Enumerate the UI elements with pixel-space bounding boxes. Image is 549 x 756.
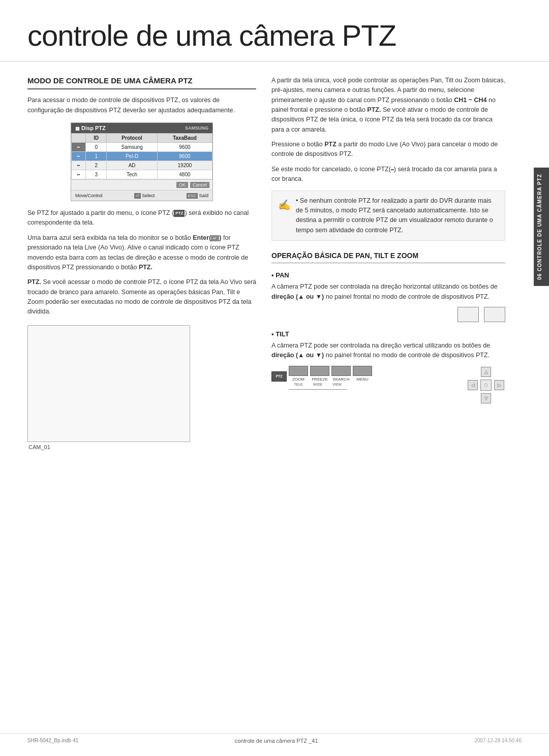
content-area: MODO DE CONTROLE DE UMA CÂMERA PTZ Para … [0, 76, 549, 455]
cancel-button[interactable]: Cancel [190, 182, 209, 188]
freeze-box [310, 366, 329, 376]
arrow-cell-topleft [467, 366, 479, 378]
remote-diagram: PTZ ZOOM FREEZE [271, 366, 505, 404]
row-protocol: Pel-D [107, 152, 157, 161]
zoom-box [289, 366, 308, 376]
footer-exit: ESC Saíd [187, 193, 208, 198]
remote-buttons-row: PTZ ZOOM FREEZE [271, 366, 372, 382]
footer-select: ⏎ Select [134, 193, 155, 198]
footer-left: SHR-5042_Bp.indb 41 [27, 738, 78, 744]
menu-box [353, 366, 372, 376]
side-tab: 06 CONTROLE DE UMA CÂMERA PTZ [534, 168, 549, 286]
zoom-label: ZOOM [292, 377, 304, 382]
footer-right: 2007-12-28 14.50.46 [474, 738, 522, 744]
row-taxa: 4800 [157, 170, 212, 179]
center-box: □ [480, 380, 492, 391]
arrow-cell-top: △ [480, 366, 492, 378]
remote-buttons-area: PTZ ZOOM FREEZE [271, 366, 372, 390]
arrow-cell-center: □ [480, 379, 492, 391]
remote-freeze-btn: FREEZE [310, 366, 329, 382]
left-para3: Uma barra azul será exibida na tela do m… [27, 233, 256, 273]
row-icon: ▪▪ [72, 170, 86, 179]
page-title: controle de uma câmera PTZ [27, 19, 522, 52]
disp-ptz-brand: SAMSUNG [185, 125, 208, 131]
row-id: 0 [86, 143, 107, 152]
arrow-cell-left: ◁ [467, 379, 479, 391]
pan-heading: PAN [271, 271, 505, 279]
left-para2: Se PTZ for ajustado a partir do menu, o … [27, 208, 256, 228]
row-protocol: Samsung [107, 143, 157, 152]
disp-ptz-box: ▦ Disp PTZ SAMSUNG ID Protocol TaxaBaud [71, 122, 213, 201]
table-row: ▪▪ 3 Tech 4800 [72, 170, 212, 179]
table-row: ▪▪ 1 Pel-D 9600 [72, 152, 212, 161]
cam-label: CAM_01 [28, 444, 256, 450]
arrow-cell-bottom: ▽ [480, 392, 492, 404]
row-taxa: 9600 [157, 143, 212, 152]
col-taxa: TaxaBaud [157, 134, 212, 143]
footer-center: controle de uma câmera PTZ _41 [235, 738, 318, 744]
left-arrow-box: ◁ [468, 380, 478, 390]
remote-zoom-btn: ZOOM [289, 366, 308, 382]
col-protocol: Protocol [107, 134, 157, 143]
search-box [331, 366, 351, 376]
table-row: ▪▪ 0 Samsung 9600 [72, 143, 212, 152]
arrow-cell-bottomright [493, 392, 505, 404]
row-id: 3 [86, 170, 107, 179]
footer-move: Move/Control [75, 193, 103, 198]
pan-para: A câmera PTZ pode ser controlada na dire… [271, 282, 505, 302]
remote-menu-btn: MENU [353, 366, 372, 382]
ptz-inline-icon2 [391, 169, 394, 170]
row-taxa: 19200 [157, 161, 212, 170]
tilt-para: A câmera PTZ pode ser controlada na dire… [271, 341, 505, 361]
cam-display-box [27, 325, 190, 442]
arrow-pad: △ ◁ □ ▷ ▽ [467, 366, 505, 404]
right-arrow-box: ▷ [494, 380, 504, 390]
row-protocol: AD [107, 161, 157, 170]
note-text: • Se nenhum controle PTZ for realizado a… [296, 196, 499, 236]
pan-rect-right [484, 307, 505, 322]
wide-label: WIDE [308, 383, 327, 386]
arrow-cell-right: ▷ [493, 379, 505, 391]
footer: SHR-5042_Bp.indb 41 controle de uma câme… [0, 733, 549, 744]
disp-ptz-table: ID Protocol TaxaBaud ▪▪ 0 Samsung 9600 [71, 133, 212, 179]
ptz-label-box: PTZ [271, 371, 287, 382]
page: controle de uma câmera PTZ 06 CONTROLE D… [0, 0, 549, 756]
remote-ptz-btn: PTZ [271, 371, 287, 382]
row-icon: ▪▪ [72, 161, 86, 170]
tele-wide-labels: TELE WIDE VIEW [289, 383, 372, 386]
page-title-area: controle de uma câmera PTZ [0, 0, 549, 61]
col-id [72, 134, 86, 143]
section-heading-left: MODO DE CONTROLE DE UMA CÂMERA PTZ [27, 76, 256, 90]
row-id: 1 [86, 152, 107, 161]
col-header-id: ID [86, 134, 107, 143]
arrow-cell-topright [493, 366, 505, 378]
disp-ptz-buttons: OK Cancel [71, 179, 212, 190]
remote-search-btn: SEARCH [331, 366, 351, 382]
disp-ptz-header: ▦ Disp PTZ SAMSUNG [71, 123, 212, 133]
freeze-label: FREEZE [312, 377, 328, 382]
menu-label: MENU [356, 377, 369, 382]
ptz-inline-icon: PTZ [174, 210, 185, 217]
disp-ptz-title: ▦ Disp PTZ [75, 125, 106, 131]
row-protocol: Tech [107, 170, 157, 179]
row-id: 2 [86, 161, 107, 170]
right-column: A partir da tela única, você pode contro… [271, 76, 521, 455]
disp-ptz-footer: Move/Control ⏎ Select ESC Saíd [71, 190, 212, 201]
left-para4: PTZ. Se você acessar o modo de controle … [27, 277, 256, 317]
cam-box-container: CAM_01 [27, 325, 256, 450]
pan-diagram [271, 307, 505, 322]
pan-rect-left [458, 307, 479, 322]
ok-button[interactable]: OK [176, 182, 188, 188]
arrow-cell-bottomleft [467, 392, 479, 404]
note-box: ✍ • Se nenhum controle PTZ for realizado… [271, 191, 505, 241]
tele-wide-bar [289, 387, 372, 390]
tele-label: TELE [289, 383, 308, 386]
row-icon: ▪▪ [72, 152, 86, 161]
up-arrow-box: △ [481, 367, 491, 377]
down-arrow-box: ▽ [481, 393, 491, 403]
search-label: SEARCH [332, 377, 349, 382]
right-para1: A partir da tela única, você pode contro… [271, 76, 505, 135]
right-para2: Pressione o botão PTZ a partir do modo L… [271, 140, 505, 160]
table-row: ▪▪ 2 AD 19200 [72, 161, 212, 170]
left-para1: Para acessar o modo de controle de dispo… [27, 96, 256, 115]
